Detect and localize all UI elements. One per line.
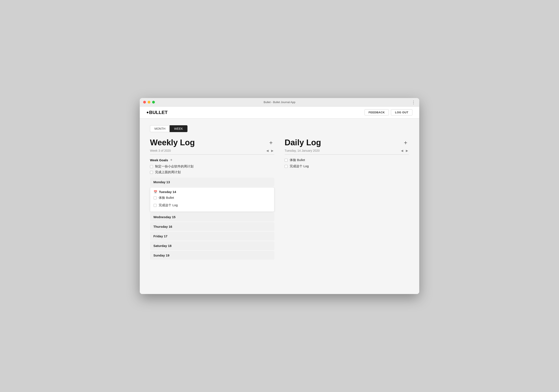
- window-menu-icon[interactable]: ⋮: [411, 100, 416, 105]
- day-friday-label: Friday 17: [153, 234, 168, 238]
- app-window: Bullet - Bullet Journal App ⋮ • BULLET F…: [140, 98, 419, 294]
- week-goals-add-button[interactable]: +: [170, 158, 173, 162]
- tuesday-task-2-checkbox[interactable]: [154, 204, 157, 207]
- week-goals-label: Week Goals: [150, 158, 168, 162]
- daily-task-2: 完成这个 Log: [285, 164, 409, 168]
- tuesday-task-2: 完成这个 Log: [154, 203, 271, 207]
- tuesday-tasks: 体验 Bullet 完成这个 Log: [154, 196, 271, 209]
- header-actions: FEEDBACK LOG OUT: [364, 109, 412, 115]
- view-toggle: MONTH WEEK: [150, 125, 409, 132]
- day-saturday-header: Saturday 18: [153, 244, 271, 248]
- daily-task-2-checkbox[interactable]: [285, 165, 288, 168]
- goal-1-text: 制定一份小众软件的周计划: [155, 165, 193, 168]
- day-item-wednesday[interactable]: Wednesday 15: [150, 213, 274, 221]
- goal-2-text: 完成上面的周计划: [155, 170, 181, 174]
- goal-item-1: 制定一份小众软件的周计划: [150, 165, 274, 168]
- day-item-monday[interactable]: Monday 13: [150, 178, 274, 187]
- daily-log-prev-arrow[interactable]: ◀: [400, 149, 404, 153]
- goal-2-checkbox[interactable]: [150, 171, 153, 174]
- daily-log-column: Daily Log + Tuesday, 14 January 2020 ◀ ▶…: [285, 138, 409, 260]
- daily-log-next-arrow[interactable]: ▶: [405, 149, 409, 153]
- day-sunday-header: Sunday 19: [153, 253, 271, 257]
- columns: Weekly Log + Week 3 of 2020 ◀ ▶ Week Goa…: [150, 138, 409, 260]
- day-wednesday-header: Wednesday 15: [153, 215, 271, 219]
- app-header: • BULLET FEEDBACK LOG OUT: [140, 107, 419, 118]
- weekly-log-subtitle: Week 3 of 2020: [150, 149, 265, 152]
- window-title: Bullet - Bullet Journal App: [264, 101, 296, 104]
- day-tuesday-header: 📅 Tuesday 14: [154, 190, 271, 194]
- traffic-lights: [143, 101, 155, 103]
- day-saturday-label: Saturday 18: [153, 244, 171, 248]
- main-content: MONTH WEEK Weekly Log + Week 3 of 2020 ◀…: [140, 118, 419, 294]
- day-thursday-label: Thursday 16: [153, 225, 172, 228]
- daily-log-add-button[interactable]: +: [402, 140, 409, 146]
- day-list: Monday 13 📅 Tuesday 14 体验 Bullet: [150, 178, 274, 260]
- day-item-friday[interactable]: Friday 17: [150, 232, 274, 241]
- day-item-sunday[interactable]: Sunday 19: [150, 251, 274, 260]
- day-friday-header: Friday 17: [153, 234, 271, 238]
- day-item-saturday[interactable]: Saturday 18: [150, 241, 274, 250]
- tuesday-task-1-checkbox[interactable]: [154, 196, 157, 199]
- tuesday-task-1: 体验 Bullet: [154, 196, 271, 200]
- logout-button[interactable]: LOG OUT: [391, 109, 412, 115]
- day-sunday-label: Sunday 19: [153, 253, 169, 257]
- month-toggle-button[interactable]: MONTH: [150, 125, 169, 132]
- calendar-icon: 📅: [154, 190, 157, 194]
- weekly-log-next-arrow[interactable]: ▶: [270, 149, 274, 153]
- week-toggle-button[interactable]: WEEK: [169, 125, 187, 132]
- day-tuesday-label: Tuesday 14: [159, 190, 176, 194]
- weekly-log-title: Weekly Log: [150, 138, 268, 147]
- app-logo: • BULLET: [147, 110, 168, 115]
- day-monday-header: Monday 13: [153, 180, 271, 184]
- daily-task-1-text: 体验 Bullet: [290, 158, 305, 162]
- daily-task-2-text: 完成这个 Log: [290, 164, 309, 168]
- goal-item-2: 完成上面的周计划: [150, 170, 274, 174]
- weekly-log-header: Weekly Log +: [150, 138, 274, 147]
- title-bar: Bullet - Bullet Journal App ⋮: [140, 98, 419, 107]
- daily-task-1-checkbox[interactable]: [285, 159, 288, 162]
- daily-log-nav: ◀ ▶: [400, 149, 409, 153]
- minimize-button[interactable]: [148, 101, 150, 103]
- day-thursday-header: Thursday 16: [153, 225, 271, 228]
- weekly-log-column: Weekly Log + Week 3 of 2020 ◀ ▶ Week Goa…: [150, 138, 274, 260]
- feedback-button[interactable]: FEEDBACK: [364, 109, 389, 115]
- daily-log-title: Daily Log: [285, 138, 402, 147]
- week-goals-header: Week Goals +: [150, 158, 274, 162]
- weekly-log-subtitle-row: Week 3 of 2020 ◀ ▶: [150, 149, 274, 155]
- daily-log-subtitle-row: Tuesday, 14 January 2020 ◀ ▶: [285, 149, 409, 155]
- tuesday-task-2-text: 完成这个 Log: [159, 203, 178, 207]
- daily-log-header: Daily Log +: [285, 138, 409, 147]
- day-monday-label: Monday 13: [153, 180, 170, 184]
- daily-log-subtitle: Tuesday, 14 January 2020: [285, 149, 400, 152]
- logo-text: BULLET: [149, 110, 168, 115]
- daily-log-items: 体验 Bullet 完成这个 Log: [285, 158, 409, 168]
- tuesday-task-1-text: 体验 Bullet: [159, 196, 174, 200]
- day-item-thursday[interactable]: Thursday 16: [150, 222, 274, 231]
- day-wednesday-label: Wednesday 15: [153, 215, 176, 219]
- daily-task-1: 体验 Bullet: [285, 158, 409, 162]
- close-button[interactable]: [143, 101, 146, 103]
- weekly-log-add-button[interactable]: +: [268, 140, 274, 146]
- maximize-button[interactable]: [152, 101, 155, 103]
- weekly-log-nav: ◀ ▶: [265, 149, 274, 153]
- goal-1-checkbox[interactable]: [150, 165, 153, 168]
- logo-dot: •: [147, 110, 149, 115]
- day-item-tuesday[interactable]: 📅 Tuesday 14 体验 Bullet 完成这个 Log: [150, 187, 274, 212]
- weekly-log-prev-arrow[interactable]: ◀: [265, 149, 270, 153]
